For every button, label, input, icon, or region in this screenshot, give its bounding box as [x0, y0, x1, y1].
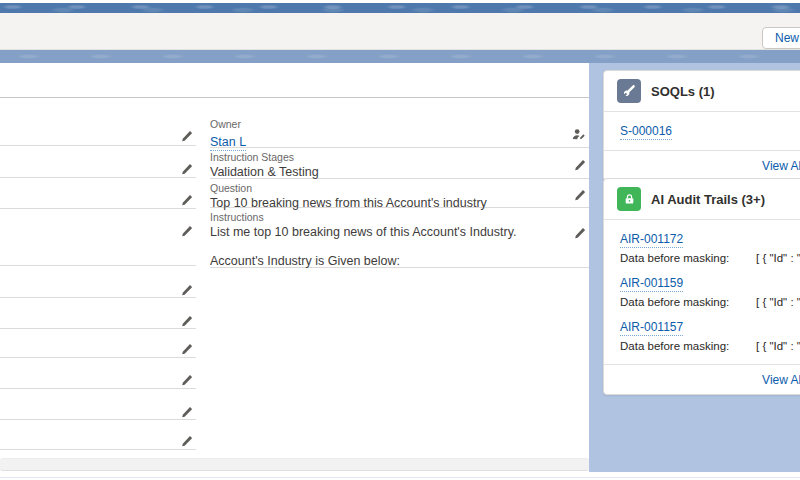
pencil-icon	[573, 189, 586, 202]
pencil-icon	[180, 225, 193, 238]
audit-trail-item: AIR-001159 Data before masking: [ { "Id"…	[620, 273, 800, 308]
ai-audit-trails-card: AI Audit Trails (3+) AIR-001172 Data bef…	[603, 178, 800, 395]
new-soql-button[interactable]: New SOQL	[762, 27, 800, 49]
audit-record-link[interactable]: AIR-001157	[620, 320, 683, 336]
pencil-icon	[573, 159, 586, 172]
field-underline	[0, 357, 196, 358]
lock-icon	[623, 193, 636, 206]
field-underline	[0, 388, 196, 389]
wrench-icon	[622, 84, 636, 98]
edit-field-button[interactable]	[178, 223, 194, 239]
field-underline	[0, 449, 196, 450]
pencil-icon	[180, 194, 193, 207]
pencil-icon	[180, 163, 193, 176]
owner-link[interactable]: Stan L	[210, 135, 246, 151]
audit-view-all-link[interactable]: View All	[762, 373, 800, 387]
instructions-value: List me top 10 breaking news of this Acc…	[210, 225, 589, 239]
edit-field-button[interactable]	[571, 225, 587, 241]
edit-field-button[interactable]	[178, 313, 194, 329]
change-owner-icon	[572, 127, 586, 141]
pencil-icon	[180, 130, 193, 143]
field-underline	[0, 297, 196, 298]
field-underline	[0, 328, 196, 329]
audit-card-title: AI Audit Trails (3+)	[651, 192, 765, 207]
instruction-stages-value: Validation & Testing	[210, 165, 589, 179]
instruction-stages-label: Instruction Stages	[210, 151, 589, 163]
soqls-related-list-card: SOQLs (1) S-000016 View All	[603, 70, 800, 181]
edit-field-button[interactable]	[571, 157, 587, 173]
field-underline	[0, 208, 196, 209]
field-underline	[0, 419, 196, 420]
field-underline	[0, 265, 196, 266]
owner-field: Owner Stan L	[210, 118, 589, 148]
soql-record-link[interactable]: S-000016	[620, 124, 672, 140]
soqls-card-header[interactable]: SOQLs (1)	[604, 71, 800, 111]
data-before-masking-value: [ { "Id" : "0017R00003	[756, 296, 800, 308]
instruction-stages-field: Instruction Stages Validation & Testing	[210, 151, 589, 179]
instructions-label: Instructions	[210, 211, 589, 223]
edit-field-button[interactable]	[178, 372, 194, 388]
edit-field-button[interactable]	[178, 282, 194, 298]
edit-field-button[interactable]	[178, 404, 194, 420]
edit-field-button[interactable]	[178, 128, 194, 144]
data-before-masking-label: Data before masking:	[620, 296, 734, 308]
audit-record-link[interactable]: AIR-001159	[620, 276, 683, 292]
page-bottom-divider	[0, 477, 800, 478]
record-details-panel: Owner Stan L Instruction Stages Validati…	[0, 63, 589, 455]
instructions-value-line2: Account's Industry is Given below:	[210, 254, 589, 268]
instructions-field: Instructions List me top 10 breaking new…	[210, 211, 589, 268]
question-value: Top 10 breaking news from this Account's…	[210, 196, 589, 210]
audit-trail-item: AIR-001172 Data before masking: [ { "Id"…	[620, 229, 800, 264]
edit-field-button[interactable]	[178, 161, 194, 177]
audit-card-header[interactable]: AI Audit Trails (3+)	[604, 179, 800, 219]
pencil-icon	[180, 406, 193, 419]
data-before-masking-value: [ { "Id" : "0017R00003	[756, 252, 800, 264]
record-action-toolbar: New SOQL	[0, 13, 800, 50]
audit-object-icon-tile	[617, 187, 641, 211]
edit-field-button[interactable]	[178, 433, 194, 449]
field-underline	[0, 177, 196, 178]
audit-record-link[interactable]: AIR-001172	[620, 232, 683, 248]
edit-field-button[interactable]	[571, 187, 587, 203]
pencil-icon	[180, 343, 193, 356]
question-label: Question	[210, 182, 589, 194]
pencil-icon	[180, 374, 193, 387]
soqls-card-title: SOQLs (1)	[651, 84, 715, 99]
pencil-icon	[180, 284, 193, 297]
pencil-icon	[180, 435, 193, 448]
soqls-view-all-link[interactable]: View All	[762, 159, 800, 173]
wallpaper-band	[0, 50, 800, 63]
soql-object-icon-tile	[617, 79, 641, 103]
app-wallpaper-banner	[0, 3, 800, 13]
pencil-icon	[573, 227, 586, 240]
details-tab-divider	[0, 97, 589, 98]
pencil-icon	[180, 315, 193, 328]
field-underline	[0, 145, 196, 146]
data-before-masking-label: Data before masking:	[620, 340, 734, 352]
audit-trail-item: AIR-001157 Data before masking: [ { "Id"…	[620, 317, 800, 352]
edit-field-button[interactable]	[178, 341, 194, 357]
owner-label: Owner	[210, 118, 589, 130]
question-field: Question Top 10 breaking news from this …	[210, 182, 589, 208]
data-before-masking-label: Data before masking:	[620, 252, 734, 264]
edit-field-button[interactable]	[178, 192, 194, 208]
change-owner-button[interactable]	[571, 126, 587, 142]
collapsed-section-bar[interactable]	[0, 458, 589, 471]
data-before-masking-value: [ { "Id" : "0017R00003	[756, 340, 800, 352]
